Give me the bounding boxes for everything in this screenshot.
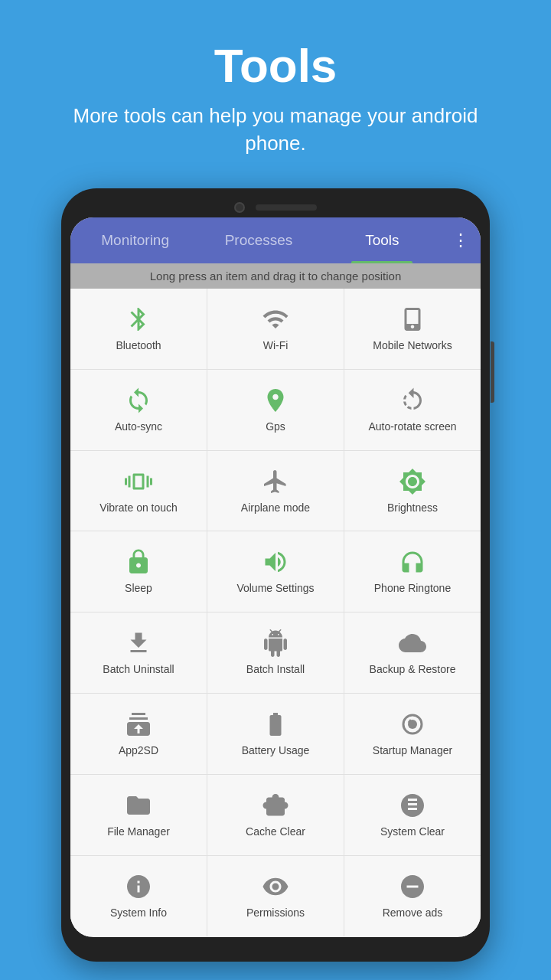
tool-label: Remove ads xyxy=(383,906,443,920)
lock-icon xyxy=(125,548,152,576)
tab-processes[interactable]: Processes xyxy=(197,217,320,263)
gps-icon xyxy=(262,387,289,414)
tool-item-file-manager[interactable]: File Manager xyxy=(70,775,207,855)
rotate-icon xyxy=(399,387,426,414)
tool-label: Battery Usage xyxy=(242,744,310,757)
tool-item-remove-ads[interactable]: Remove ads xyxy=(344,856,481,936)
folder-icon xyxy=(125,792,152,819)
tool-label: Auto-rotate screen xyxy=(368,420,456,433)
power-button xyxy=(491,341,494,403)
tool-item-batch-uninstall[interactable]: Batch Uninstall xyxy=(70,612,207,693)
battery-icon xyxy=(262,710,289,738)
tab-bar: Monitoring Processes Tools ⋮ xyxy=(70,217,481,263)
tool-label: System Info xyxy=(110,906,167,920)
tab-monitoring[interactable]: Monitoring xyxy=(73,217,197,263)
app2sd-icon xyxy=(125,710,152,738)
tool-label: Bluetooth xyxy=(116,339,161,352)
tool-item-backup-&-restore[interactable]: Backup & Restore xyxy=(344,612,481,693)
vibrate-icon xyxy=(125,468,152,495)
tool-label: Batch Uninstall xyxy=(103,663,174,676)
tool-item-wi-fi[interactable]: Wi-Fi xyxy=(207,289,344,369)
cache-icon xyxy=(262,792,289,819)
phone-wrapper: Monitoring Processes Tools ⋮ Long press … xyxy=(61,188,490,980)
tool-label: App2SD xyxy=(119,744,158,757)
tool-label: Mobile Networks xyxy=(373,339,452,352)
volume-icon xyxy=(262,548,289,576)
uninstall-icon xyxy=(125,629,152,657)
tool-item-app2sd[interactable]: App2SD xyxy=(70,694,207,774)
tools-grid: BluetoothWi-FiMobile NetworksAuto-syncGp… xyxy=(70,289,481,936)
phone-frame: Monitoring Processes Tools ⋮ Long press … xyxy=(61,188,490,962)
tool-label: Airplane mode xyxy=(241,501,310,514)
tool-item-system-info[interactable]: System Info xyxy=(70,856,207,936)
tool-item-bluetooth[interactable]: Bluetooth xyxy=(70,289,207,369)
tool-item-cache-clear[interactable]: Cache Clear xyxy=(207,775,344,855)
tool-label: Vibrate on touch xyxy=(99,501,178,514)
tool-label: Backup & Restore xyxy=(370,663,456,676)
tool-label: Batch Install xyxy=(246,663,305,676)
tool-label: Brightness xyxy=(387,501,438,514)
tool-item-system-clear[interactable]: System Clear xyxy=(344,775,481,855)
tool-label: Gps xyxy=(266,420,285,433)
tool-item-brightness[interactable]: Brightness xyxy=(344,451,481,531)
tool-item-auto-sync[interactable]: Auto-sync xyxy=(70,370,207,450)
ringtone-icon xyxy=(399,548,426,576)
page-subtitle: More tools can help you manage your andr… xyxy=(61,102,490,158)
startup-icon xyxy=(399,710,426,738)
tool-item-auto-rotate-screen[interactable]: Auto-rotate screen xyxy=(344,370,481,450)
mobile-network-icon xyxy=(399,305,426,333)
tab-tools[interactable]: Tools xyxy=(321,217,444,263)
page-title: Tools xyxy=(214,38,337,93)
bluetooth-icon xyxy=(125,305,152,333)
sync-icon xyxy=(125,387,152,414)
wifi-icon xyxy=(262,305,289,333)
android-icon xyxy=(262,629,289,657)
tool-item-mobile-networks[interactable]: Mobile Networks xyxy=(344,289,481,369)
brightness-icon xyxy=(399,468,426,495)
camera xyxy=(234,202,245,213)
tool-item-volume-settings[interactable]: Volume Settings xyxy=(207,531,344,612)
airplane-icon xyxy=(262,468,289,495)
tool-item-batch-install[interactable]: Batch Install xyxy=(207,612,344,693)
tool-item-airplane-mode[interactable]: Airplane mode xyxy=(207,451,344,531)
hint-bar: Long press an item and drag it to change… xyxy=(70,263,481,289)
eye-icon xyxy=(262,873,289,900)
backup-icon xyxy=(399,629,426,657)
tool-label: File Manager xyxy=(107,825,170,838)
tool-item-phone-ringtone[interactable]: Phone Ringtone xyxy=(344,531,481,612)
remove-ads-icon xyxy=(399,873,426,900)
tool-label: Auto-sync xyxy=(115,420,162,433)
tool-label: Startup Manager xyxy=(373,744,452,757)
tool-item-vibrate-on-touch[interactable]: Vibrate on touch xyxy=(70,451,207,531)
tool-item-sleep[interactable]: Sleep xyxy=(70,531,207,612)
header-section: Tools More tools can help you manage you… xyxy=(0,0,551,181)
tool-label: Wi-Fi xyxy=(263,339,289,352)
phone-notch xyxy=(70,202,481,213)
tool-item-startup-manager[interactable]: Startup Manager xyxy=(344,694,481,774)
tool-item-gps[interactable]: Gps xyxy=(207,370,344,450)
speaker xyxy=(256,204,317,211)
tool-item-permissions[interactable]: Permissions xyxy=(207,856,344,936)
tool-label: Permissions xyxy=(246,906,305,920)
tool-label: Cache Clear xyxy=(246,825,305,838)
info-icon xyxy=(125,873,152,900)
tool-label: System Clear xyxy=(380,825,445,838)
phone-screen: Monitoring Processes Tools ⋮ Long press … xyxy=(70,217,481,937)
menu-button[interactable]: ⋮ xyxy=(444,230,478,250)
system-clear-icon xyxy=(399,792,426,819)
tool-label: Sleep xyxy=(125,582,152,595)
tool-label: Phone Ringtone xyxy=(374,582,451,595)
tool-label: Volume Settings xyxy=(236,582,314,595)
tool-item-battery-usage[interactable]: Battery Usage xyxy=(207,694,344,774)
